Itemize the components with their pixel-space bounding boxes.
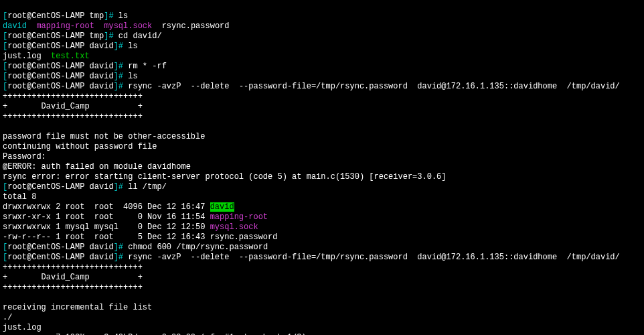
banner-line: + David_Camp + (3, 273, 143, 282)
output-line: total 8 (3, 192, 36, 202)
output-line: continuing without password file (3, 142, 157, 151)
ls-line: srwxr-xr-x 1 root root 0 Nov 16 11:54 ma… (3, 212, 268, 222)
prompt-text: root@CentOS-LAMP david (7, 243, 113, 252)
prompt-text: root@CentOS-LAMP tmp (7, 31, 104, 41)
sock-mapping: mapping-root (27, 21, 94, 31)
prompt-text: root@CentOS-LAMP david (7, 72, 113, 81)
bracket-close: ]# (114, 72, 123, 81)
prompt-text: root@CentOS-LAMP david (7, 82, 113, 91)
bracket-close: ]# (114, 82, 123, 91)
command: rsync -avzP --delete --password-file=/tm… (123, 82, 620, 91)
command: ls (123, 72, 138, 81)
line: [root@CentOS-LAMP tmp]# ls (3, 11, 128, 21)
line: [root@CentOS-LAMP david]# rsync -avzP --… (3, 82, 620, 91)
command: ls (114, 11, 129, 21)
prompt-text: root@CentOS-LAMP david (7, 182, 113, 192)
command: ls (123, 42, 138, 51)
error-line: @ERROR: auth failed on module davidhome (3, 162, 191, 172)
file-justlog: just.log (3, 52, 42, 61)
command: ll /tmp/ (123, 182, 167, 192)
bracket-close: ]# (114, 253, 123, 262)
banner-line: +++++++++++++++++++++++++++++ (3, 112, 143, 121)
ls-line: -rw-r--r-- 1 root root 5 Dec 12 16:43 rs… (3, 232, 277, 242)
ls-line: srwxrwxrwx 1 mysql mysql 0 Dec 12 12:50 … (3, 222, 258, 232)
bracket-close: ]# (114, 182, 123, 192)
line: [root@CentOS-LAMP david]# ls (3, 72, 138, 81)
line: [root@CentOS-LAMP david]# ll /tmp/ (3, 182, 167, 192)
ls-perms: drwxrwxrwx 2 root root 4096 Dec 12 16:47 (3, 202, 210, 212)
output-line: password file must not be other-accessib… (3, 132, 205, 141)
banner-line: +++++++++++++++++++++++++++++ (3, 283, 143, 292)
password-prompt: Password: (3, 152, 46, 161)
output-line: receiving incremental file list (3, 303, 152, 312)
line: [root@CentOS-LAMP david]# rm * -rf (3, 62, 167, 71)
terminal-output[interactable]: [root@CentOS-LAMP tmp]# ls david mapping… (0, 0, 644, 335)
line: [root@CentOS-LAMP david]# rsync -avzP --… (3, 253, 620, 262)
line: just.log test.txt (3, 52, 90, 61)
prompt-text: root@CentOS-LAMP david (7, 42, 113, 51)
prompt-text: root@CentOS-LAMP tmp (7, 11, 104, 21)
bracket-close: ]# (104, 31, 113, 41)
line: [root@CentOS-LAMP david]# chmod 600 /tmp… (3, 243, 268, 252)
command: chmod 600 /tmp/rsync.password (123, 243, 268, 252)
bracket-close: ]# (104, 11, 113, 21)
ls-perms: srwxr-xr-x 1 root root 0 Nov 16 11:54 (3, 212, 210, 222)
file-name: just.log (3, 323, 42, 332)
bracket-close: ]# (114, 62, 123, 71)
command: rm * -rf (123, 62, 167, 71)
dir-david-hl: david (210, 202, 234, 212)
command: rsync -avzP --delete --password-file=/tm… (123, 253, 620, 262)
file-rsyncpw: rsync.password (152, 21, 229, 31)
error-line: rsync error: error starting client-serve… (3, 172, 447, 182)
prompt-text: root@CentOS-LAMP david (7, 62, 113, 71)
ls-perms: srwxrwxrwx 1 mysql mysql 0 Dec 12 12:50 (3, 222, 210, 232)
bracket-close: ]# (114, 42, 123, 51)
sock-mapping: mapping-root (210, 212, 268, 222)
command: cd david/ (114, 31, 162, 41)
line: [root@CentOS-LAMP david]# ls (3, 42, 138, 51)
banner-line: +++++++++++++++++++++++++++++ (3, 263, 143, 272)
bracket-close: ]# (114, 243, 123, 252)
file-testtxt: test.txt (42, 52, 90, 61)
prompt-text: root@CentOS-LAMP david (7, 253, 113, 262)
sock-mysql: mysql.sock (210, 222, 258, 232)
line: david mapping-root mysql.sock rsync.pass… (3, 21, 229, 31)
dir-david: david (3, 21, 27, 31)
line: [root@CentOS-LAMP tmp]# cd david/ (3, 31, 162, 41)
banner-line: +++++++++++++++++++++++++++++ (3, 92, 143, 101)
ls-line: drwxrwxrwx 2 root root 4096 Dec 12 16:47… (3, 202, 234, 212)
banner-line: + David_Camp + (3, 102, 143, 111)
sock-mysql: mysql.sock (94, 21, 152, 31)
output-line: ./ (3, 313, 12, 322)
